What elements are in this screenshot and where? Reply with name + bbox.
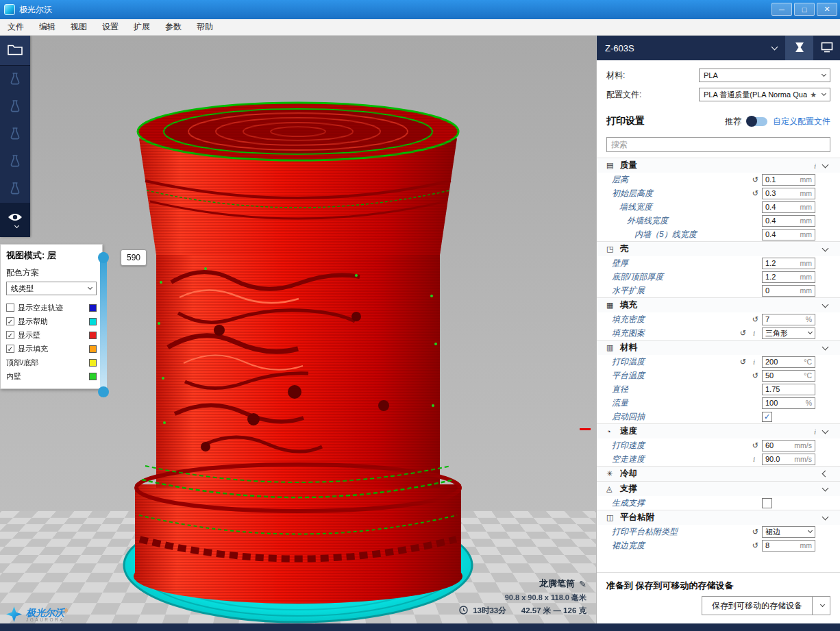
section-header-2[interactable]: ▦填充 [597,297,840,312]
menu-item-6[interactable]: 帮助 [189,19,221,35]
setting-input[interactable]: 0.1mm [762,174,815,186]
layer-slider-handle-top[interactable] [98,252,109,263]
setting-input[interactable]: 50°C [762,370,815,382]
setting-input[interactable]: 200°C [762,356,815,368]
setting-input[interactable]: 100% [762,397,815,409]
reset-icon[interactable]: ↺ [752,189,758,198]
setting-input[interactable]: 0.4mm [762,201,815,213]
custom-profile-link[interactable]: 自定义配置文件 [773,116,830,127]
setting-label: 生成支撑 [612,497,758,509]
menu-item-3[interactable]: 设置 [95,19,126,35]
setting-input[interactable]: 0.4mm [762,229,815,240]
setting-input[interactable]: 1.2mm [762,271,815,283]
menu-item-0[interactable]: 文件 [0,19,32,35]
reset-icon[interactable]: ↺ [752,175,758,184]
recommended-toggle[interactable] [747,117,767,126]
setting-input[interactable]: 0.4mm [762,215,815,227]
view-option-label: 顶部/底部 [6,358,86,368]
setting-input[interactable]: 7% [762,314,815,325]
view-option-row-4: 顶部/底部 [6,356,97,369]
minimize-button[interactable]: ─ [771,3,792,16]
view-option-checkbox[interactable] [6,304,14,312]
setting-label: 打印温度 [612,356,737,368]
section-header-0[interactable]: ▤质量i [597,158,840,173]
section-header-5[interactable]: ✳冷却 [597,466,840,481]
reset-icon[interactable]: ↺ [752,315,758,324]
view-option-checkbox[interactable]: ✓ [6,317,14,325]
color-swatch [89,332,97,339]
setting-input[interactable]: 90.0mm/s [762,454,815,465]
chevron-down-icon[interactable] [822,301,829,308]
setting-select[interactable]: 三角形 [762,327,815,339]
view-option-checkbox[interactable]: ✓ [6,331,14,339]
setting-select[interactable]: 裙边 [762,526,815,538]
setting-input[interactable]: 1.75 [762,384,815,395]
open-file-button[interactable] [0,36,30,66]
reset-icon[interactable]: ↺ [752,441,758,450]
setting-checkbox[interactable] [762,498,772,508]
setting-unit: mm [800,273,813,281]
section-header-7[interactable]: ◫平台粘附 [597,510,840,525]
info-icon[interactable]: i [750,455,758,463]
close-button[interactable]: ✕ [817,3,837,16]
color-scheme-value: 线类型 [11,284,34,294]
per-model-settings-button[interactable] [0,175,30,203]
cooling-icon: ✳ [606,469,617,478]
move-tool-button[interactable] [0,66,30,93]
setting-input[interactable]: 60mm/s [762,440,815,451]
chevron-left-icon[interactable] [822,471,829,478]
slice-view-button[interactable] [785,36,813,60]
rotate-tool-button[interactable] [0,121,30,148]
setting-input[interactable]: 0mm [762,285,815,297]
chevron-down-icon[interactable] [822,513,829,520]
chevron-down-icon[interactable] [822,427,829,434]
setting-input[interactable]: 1.2mm [762,258,815,269]
info-icon[interactable]: i [811,162,819,170]
menu-item-2[interactable]: 视图 [63,19,95,35]
section-header-4[interactable]: ◔速度i [597,423,840,438]
reset-icon[interactable]: ↺ [752,541,758,550]
section-title: 材料 [620,342,637,354]
reset-icon[interactable]: ↺ [740,358,746,367]
menu-item-1[interactable]: 编辑 [32,19,63,35]
scale-tool-button[interactable] [0,93,30,121]
maximize-button[interactable]: □ [794,3,815,16]
view-option-row-3: ✓显示填充 [6,342,97,356]
menu-item-5[interactable]: 参数 [158,19,189,35]
color-scheme-select[interactable]: 线类型 [6,282,97,295]
save-to-removable-button[interactable]: 保存到可移动的存储设备 [702,596,813,615]
info-icon[interactable]: i [750,358,758,366]
info-icon[interactable]: i [750,329,758,337]
menu-item-4[interactable]: 扩展 [126,19,158,35]
view-option-checkbox[interactable]: ✓ [6,345,14,353]
reset-icon[interactable]: ↺ [740,329,746,338]
reset-icon[interactable]: ↺ [752,528,758,536]
chevron-down-icon[interactable] [822,484,829,491]
machine-select[interactable]: Z-603S [597,36,785,60]
setting-checkbox[interactable]: ✓ [762,412,772,422]
settings-search-input[interactable] [606,137,830,152]
section-header-1[interactable]: ◳壳 [597,241,840,256]
profile-select[interactable]: PLA 普通质量(PLA Norma Qua ★ [699,88,830,101]
chevron-down-icon[interactable] [822,343,829,350]
section-header-6[interactable]: ◬支撑 [597,481,840,496]
layer-view-button[interactable] [0,203,30,237]
chevron-down-icon[interactable] [822,161,829,168]
chevron-down-icon[interactable] [822,245,829,251]
edit-pencil-icon[interactable]: ✎ [579,579,586,589]
setting-unit: mm [800,541,813,549]
layer-slider-track[interactable] [100,252,107,397]
view-option-label: 内壁 [6,371,86,382]
reset-icon[interactable]: ↺ [752,371,758,380]
setting-unit: °C [804,371,812,380]
section-header-3[interactable]: ▥材料 [597,340,840,355]
mirror-tool-button[interactable] [0,148,30,175]
machine-view-button[interactable] [813,36,840,60]
layer-slider-handle-bottom[interactable] [98,386,109,397]
setting-input[interactable]: 8mm [762,540,815,552]
save-options-arrow-button[interactable] [813,596,830,615]
material-select[interactable]: PLA [699,69,830,82]
info-icon[interactable]: i [811,428,819,436]
layer-number-bubble: 590 [121,249,147,266]
setting-input[interactable]: 0.3mm [762,188,815,199]
